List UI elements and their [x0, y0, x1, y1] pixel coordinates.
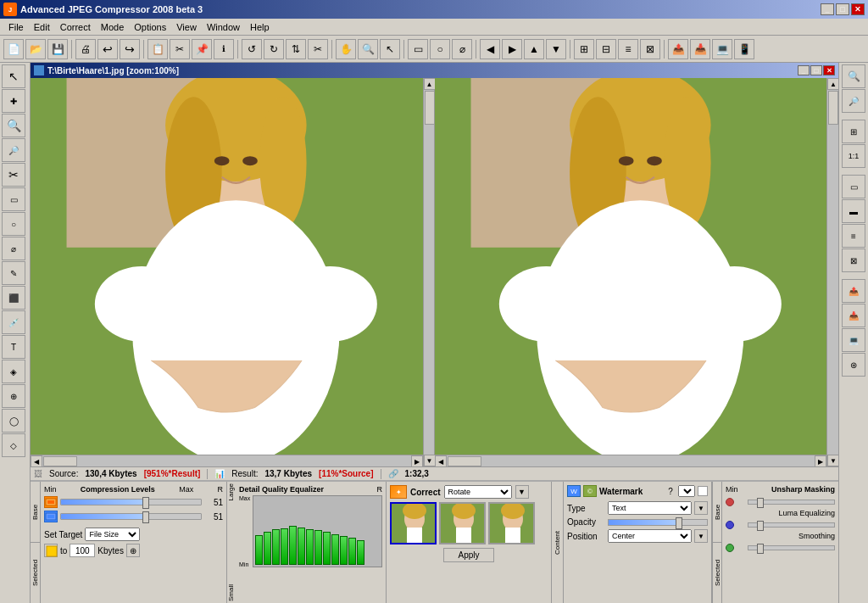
rvscroll-thumb[interactable]: [828, 91, 838, 125]
rs-zoom-out[interactable]: 🔎: [842, 89, 865, 113]
vscroll-up[interactable]: ▲: [424, 78, 436, 90]
sidebar-select[interactable]: ↖: [2, 64, 25, 88]
eq-bar-3[interactable]: [281, 528, 288, 565]
eq-bar-6[interactable]: [306, 529, 314, 565]
image-close[interactable]: ✕: [823, 65, 835, 75]
eq-bar-2[interactable]: [272, 529, 280, 565]
slider1-thumb[interactable]: [142, 497, 149, 509]
opacity-slider[interactable]: [608, 519, 708, 526]
toolbar-ellipse[interactable]: ○: [430, 39, 450, 59]
eq-bar-11[interactable]: [348, 538, 356, 565]
target-dropdown[interactable]: File Size: [85, 528, 140, 541]
sidebar-pencil[interactable]: ✎: [2, 261, 25, 285]
toolbar-up[interactable]: ▲: [524, 39, 544, 59]
toolbar-lasso[interactable]: ⌀: [452, 39, 472, 59]
sidebar-zoom-out[interactable]: 🔎: [2, 138, 25, 162]
toolbar-grid[interactable]: ⊞: [574, 39, 594, 59]
eq-bar-9[interactable]: [331, 534, 339, 565]
eq-bar-5[interactable]: [298, 528, 305, 565]
sidebar-sharpen[interactable]: ◇: [2, 433, 25, 457]
menu-window[interactable]: Window: [202, 20, 245, 34]
sidebar-blur[interactable]: ◯: [2, 409, 25, 433]
rs-grid3[interactable]: ≡: [842, 224, 865, 248]
hscroll-right[interactable]: ▶: [411, 455, 423, 466]
toolbar-cut[interactable]: ✂: [170, 39, 190, 59]
content-tab[interactable]: Content: [552, 482, 563, 603]
rs-export1[interactable]: 📤: [842, 279, 865, 303]
toolbar-undo[interactable]: ↩: [97, 39, 118, 59]
sidebar-lasso[interactable]: ⌀: [2, 237, 25, 260]
maximize-button[interactable]: □: [836, 3, 849, 15]
right-hscrollbar[interactable]: ◀ ▶: [435, 455, 827, 466]
watermark-checkbox[interactable]: [698, 486, 708, 496]
toolbar-save[interactable]: 💾: [47, 39, 68, 59]
type-dropdown-btn[interactable]: ▼: [694, 501, 708, 515]
eq-bar-12[interactable]: [357, 540, 364, 565]
toolbar-redo[interactable]: ↪: [120, 39, 140, 59]
toolbar-prev[interactable]: ◀: [480, 39, 500, 59]
sidebar-ellipse[interactable]: ○: [2, 212, 25, 236]
toolbar-compare[interactable]: ≡: [618, 39, 638, 59]
rs-zoom-in[interactable]: 🔍: [842, 64, 865, 88]
menu-options[interactable]: Options: [129, 20, 171, 34]
hscroll-left[interactable]: ◀: [31, 455, 42, 466]
toolbar-export3[interactable]: 💻: [712, 39, 732, 59]
rs-export2[interactable]: 📥: [842, 304, 865, 327]
eq-bar-8[interactable]: [323, 532, 331, 565]
toolbar-info[interactable]: ℹ: [214, 39, 234, 59]
vscroll-track[interactable]: [424, 90, 434, 455]
image-maximize[interactable]: □: [810, 65, 822, 75]
toolbar-paste[interactable]: 📌: [192, 39, 212, 59]
hscroll-right-left[interactable]: ◀: [435, 455, 447, 466]
rvscroll-track[interactable]: [827, 90, 838, 455]
toolbar-print[interactable]: 🖨: [75, 39, 96, 59]
image-minimize[interactable]: _: [798, 65, 810, 75]
eq-bar-10[interactable]: [340, 536, 348, 565]
opacity-thumb[interactable]: [676, 517, 682, 529]
toolbar-hand[interactable]: ✋: [336, 39, 356, 59]
rvscroll-down[interactable]: ▼: [827, 455, 838, 466]
slider2-track[interactable]: [60, 513, 202, 520]
position-dropdown-btn[interactable]: ▼: [694, 529, 708, 543]
toolbar-flip[interactable]: ⇅: [286, 39, 306, 59]
toolbar-zoom[interactable]: 🔍: [358, 39, 378, 59]
eq-bar-0[interactable]: [255, 535, 263, 565]
thumbnail-2[interactable]: [439, 502, 486, 544]
unsharp-slider3[interactable]: [748, 545, 835, 550]
toolbar-rotate-left[interactable]: ↺: [242, 39, 262, 59]
toolbar-new[interactable]: 📄: [3, 39, 24, 59]
toolbar-crop[interactable]: ✂: [308, 39, 328, 59]
toolbar-cursor[interactable]: ↖: [380, 39, 400, 59]
hscroll-track-right[interactable]: [447, 455, 815, 466]
type-dropdown[interactable]: Text: [608, 501, 692, 515]
sidebar-rect[interactable]: ▭: [2, 187, 25, 211]
eq-bar-1[interactable]: [264, 532, 271, 565]
sidebar-zoom-in[interactable]: 🔍: [2, 114, 25, 137]
rs-export4[interactable]: ⊛: [842, 353, 865, 377]
rs-grid4[interactable]: ⊠: [842, 248, 865, 272]
menu-mode[interactable]: Mode: [96, 20, 130, 34]
menu-view[interactable]: View: [171, 20, 202, 34]
position-dropdown[interactable]: Center: [608, 529, 692, 543]
rs-grid1[interactable]: ▭: [842, 175, 865, 198]
menu-help[interactable]: Help: [245, 20, 275, 34]
sidebar-text[interactable]: T: [2, 335, 25, 359]
sidebar-eyedrop[interactable]: 💉: [2, 310, 25, 334]
hscroll-right-right[interactable]: ▶: [815, 455, 826, 466]
rvscroll-up[interactable]: ▲: [827, 78, 838, 90]
eq-bar-4[interactable]: [289, 526, 297, 565]
sidebar-crop[interactable]: ✂: [2, 163, 25, 187]
slider2-thumb[interactable]: [142, 511, 149, 523]
vscroll-down[interactable]: ▼: [424, 455, 436, 466]
toolbar-open[interactable]: 📂: [25, 39, 46, 59]
kbytes-input[interactable]: 100: [70, 544, 95, 557]
unsharp-slider1[interactable]: [748, 500, 835, 505]
close-button[interactable]: ✕: [851, 3, 865, 15]
rs-export3[interactable]: 💻: [842, 328, 865, 352]
unsharp-slider2[interactable]: [748, 522, 835, 528]
rotate-dropdown[interactable]: Rotate: [444, 485, 512, 499]
toolbar-copy[interactable]: 📋: [147, 39, 168, 59]
rs-fit[interactable]: ⊞: [842, 120, 865, 143]
sidebar-fill[interactable]: ⬛: [2, 286, 25, 310]
menu-edit[interactable]: Edit: [29, 20, 55, 34]
